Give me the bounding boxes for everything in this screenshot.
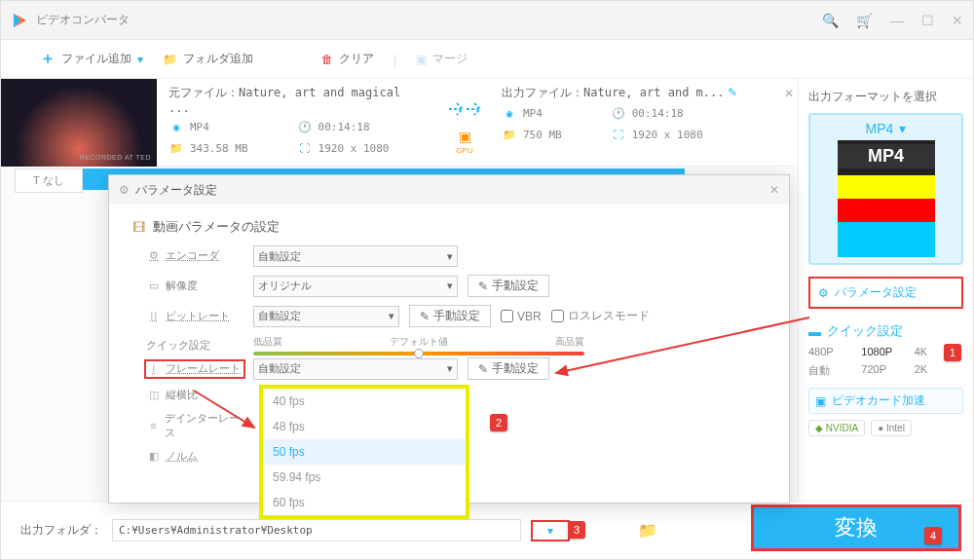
resolution-icon: ⛶: [297, 140, 313, 156]
merge-icon: ▣: [416, 53, 427, 66]
quick-setting-label: クイック設定: [146, 338, 244, 354]
chevron-down-icon: ▾: [447, 280, 453, 292]
framerate-dropdown: 40 fps 48 fps 50 fps 59.94 fps 60 fps: [259, 385, 469, 519]
dots-icon: ⁞: [146, 362, 162, 375]
format-icon: ◉: [169, 119, 184, 134]
bitrate-select[interactable]: 自動設定▾: [253, 306, 399, 327]
quality-slider[interactable]: [253, 352, 584, 355]
chevron-down-icon: ▾: [447, 362, 453, 375]
resolution-manual-button[interactable]: ✎手動設定: [468, 275, 549, 297]
gpu-label: GPU: [456, 146, 472, 155]
pencil-icon: ✎: [420, 310, 430, 323]
bitrate-manual-button[interactable]: ✎手動設定: [409, 305, 491, 327]
res-720p[interactable]: 720P: [861, 363, 910, 378]
pencil-icon: ✎: [478, 362, 488, 376]
lines-icon: ≡: [146, 420, 161, 431]
output-panel: 出力フォーマットを選択 MP4▾ ⚙ パラメータ設定 ▬ クイック設定 480P…: [798, 79, 973, 501]
resolution-grid: 480P 1080P 4K 自動 720P 2K: [808, 346, 963, 378]
res-2k[interactable]: 2K: [915, 363, 963, 378]
output-folder-path[interactable]: C:¥Users¥Administrator¥Desktop: [112, 519, 521, 541]
annotation-badge-3: 3: [568, 521, 585, 539]
output-folder-dropdown[interactable]: ▾: [531, 520, 570, 541]
annotation-badge-2: 2: [490, 414, 507, 431]
format-thumbnail: [838, 140, 935, 257]
output-file-name: 出力ファイル：Nature, art and m... ✎: [502, 85, 761, 101]
encoder-select[interactable]: 自動設定▾: [253, 245, 458, 267]
film-icon: 🎞: [132, 220, 145, 235]
resolution-select[interactable]: オリジナル▾: [253, 276, 458, 297]
fps-option-selected[interactable]: 50 fps: [263, 439, 466, 465]
nvidia-chip: ◆ NVIDIA: [808, 420, 865, 436]
video-thumbnail[interactable]: RECORDED AT TED: [1, 79, 157, 167]
sliders-icon: ⚙: [119, 183, 130, 197]
encoder-label[interactable]: ⚙エンコーダ: [146, 248, 244, 264]
dots-icon: ⁞⁞: [146, 310, 162, 322]
dash-icon: ▬: [808, 324, 821, 339]
format-icon: ◉: [502, 105, 517, 121]
app-logo-icon: [11, 12, 28, 29]
window-minimize-icon[interactable]: —: [890, 13, 904, 28]
video-params-section: 🎞 動画パラメータの設定: [132, 218, 766, 236]
title-bar: ビデオコンバータ 🔍 🛒 — ☐ ✕: [1, 1, 973, 40]
plus-icon: ＋: [40, 49, 56, 69]
merge-button[interactable]: ▣ マージ: [416, 51, 468, 67]
rect-icon: ▭: [146, 280, 162, 292]
gpu-accel-toggle[interactable]: ▣ ビデオカード加速: [808, 388, 963, 414]
subtitle-tabs: T なし: [15, 168, 83, 193]
chevron-down-icon: ▾: [389, 310, 394, 322]
norm-icon: ◧: [146, 450, 162, 463]
add-file-button[interactable]: ＋ ファイル追加 ▾: [40, 49, 143, 69]
format-selector[interactable]: MP4▾: [808, 113, 963, 265]
framerate-select[interactable]: 自動設定▾: [253, 358, 458, 380]
window-close-icon[interactable]: ✕: [952, 13, 963, 28]
resolution-label: ▭解像度: [146, 279, 244, 294]
res-480p[interactable]: 480P: [808, 346, 857, 357]
aspect-label: ◫縦横比: [146, 388, 244, 403]
fps-option[interactable]: 60 fps: [263, 490, 466, 515]
res-1080p[interactable]: 1080P: [861, 346, 910, 357]
subtitle-none-tab[interactable]: T なし: [15, 168, 83, 193]
fps-option[interactable]: 40 fps: [263, 389, 466, 414]
folder-icon: 📁: [502, 127, 517, 142]
output-folder-label: 出力フォルダ：: [20, 522, 102, 539]
res-auto[interactable]: 自動: [808, 363, 857, 378]
dialog-close-icon[interactable]: ✕: [769, 183, 779, 197]
pencil-icon: ✎: [478, 280, 488, 293]
search-icon[interactable]: 🔍: [822, 13, 839, 28]
cart-icon[interactable]: 🛒: [856, 13, 873, 28]
folder-plus-icon: 📁: [163, 53, 177, 66]
vbr-checkbox[interactable]: VBR: [501, 310, 542, 323]
bitrate-label[interactable]: ⁞⁞ビットレート: [146, 309, 244, 324]
lossless-checkbox[interactable]: ロスレスモード: [551, 308, 650, 324]
fps-option[interactable]: 48 fps: [263, 414, 466, 439]
resolution-icon: ⛶: [611, 127, 626, 142]
app-title: ビデオコンバータ: [36, 12, 130, 28]
slider-knob[interactable]: [414, 349, 424, 358]
parameter-settings-button[interactable]: ⚙ パラメータ設定: [808, 277, 963, 309]
annotation-badge-1: 1: [944, 344, 961, 361]
quick-settings-header: ▬ クイック設定: [808, 322, 963, 340]
framerate-manual-button[interactable]: ✎手動設定: [468, 357, 549, 380]
chevron-down-icon: ▾: [137, 53, 143, 66]
folder-icon: 📁: [169, 140, 184, 156]
fps-option[interactable]: 59.94 fps: [263, 465, 466, 490]
gear-icon: ⚙: [146, 249, 162, 262]
deinterlace-label: ≡デインターレース: [146, 411, 244, 441]
clock-icon: 🕐: [611, 105, 626, 121]
norm-label[interactable]: ◧ノルム: [146, 449, 244, 465]
gpu-icon: ▣: [459, 129, 471, 144]
conversion-arrow: ▣ GPU: [439, 79, 490, 166]
annotation-badge-4: 4: [924, 527, 942, 544]
source-file-name: 元ファイル：Nature, art and magical ...: [169, 85, 428, 115]
window-maximize-icon[interactable]: ☐: [921, 13, 934, 28]
add-folder-button[interactable]: 📁 フォルダ追加: [163, 51, 253, 67]
trash-icon: 🗑: [321, 53, 333, 66]
intel-chip: ● Intel: [871, 420, 912, 436]
main-toolbar: ＋ ファイル追加 ▾ 📁 フォルダ追加 🗑 クリア | ▣ マージ: [1, 40, 973, 79]
chevron-down-icon: ▾: [447, 250, 453, 263]
clear-button[interactable]: 🗑 クリア: [321, 51, 374, 67]
open-folder-icon[interactable]: 📁: [638, 521, 657, 540]
framerate-label[interactable]: ⁞フレームレート: [146, 361, 244, 377]
edit-icon[interactable]: ✎: [728, 86, 737, 99]
aspect-icon: ◫: [146, 389, 162, 401]
